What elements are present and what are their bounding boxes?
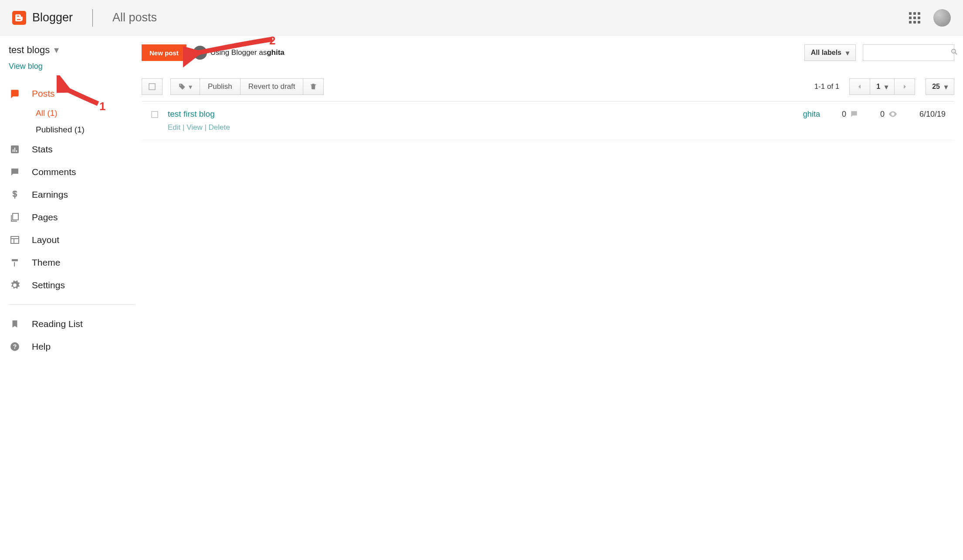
svg-rect-2 [13,149,14,152]
all-labels-dropdown[interactable]: All labels ▾ [804,44,856,61]
posts-icon [9,88,21,100]
search-icon [950,48,958,57]
per-page-value: 25 [932,83,940,91]
views-count: 0 [880,109,898,119]
revert-to-draft-button[interactable]: Revert to draft [240,78,304,95]
settings-icon [9,279,21,291]
nav-label: Earnings [32,189,68,200]
nav-label: Comments [32,167,76,177]
nav-divider [9,304,135,305]
nav-label: Posts [32,88,55,99]
label-dropdown-button[interactable]: ▾ [170,78,200,95]
post-date: 6/10/19 [919,110,946,119]
earnings-icon [9,189,21,201]
caret-down-icon: ▾ [189,83,192,91]
svg-point-9 [952,49,956,53]
pages-icon [9,211,21,223]
nav-label: Layout [32,235,59,245]
nav-earnings[interactable]: Earnings [9,183,135,206]
bookmark-icon [9,318,21,330]
subnav-all[interactable]: All (1) [36,105,135,121]
caret-down-icon: ▾ [944,83,948,91]
stats-icon [9,143,21,155]
all-labels-text: All labels [811,49,841,57]
page-number: 1 [876,83,880,91]
user-name: ghita [267,48,285,57]
trash-icon [309,83,317,91]
select-all-checkbox[interactable] [142,78,163,95]
blog-name: test blogs [9,44,50,56]
svg-text:?: ? [13,343,17,350]
nav-posts[interactable]: Posts [9,82,135,105]
nav-label: Reading List [32,319,83,329]
nav-label: Theme [32,257,60,268]
nav-help[interactable]: ? Help [9,335,135,358]
caret-down-icon: ▾ [846,49,849,57]
next-page-button[interactable] [894,78,915,95]
svg-point-10 [180,84,181,85]
sidebar: test blogs ▾ View blog Posts All (1) Pub… [0,36,135,367]
page-number-dropdown[interactable]: 1▾ [870,78,895,95]
nav-theme[interactable]: Theme [9,251,135,274]
header-separator [92,9,93,27]
comments-icon [9,166,21,178]
view-blog-link[interactable]: View blog [9,62,135,71]
nav-label: Stats [32,144,53,155]
page-title: All posts [112,11,157,24]
blogger-wordmark[interactable]: Blogger [32,11,73,24]
apps-grid-icon[interactable] [909,12,920,24]
per-page-dropdown[interactable]: 25▾ [926,78,954,95]
nav-settings[interactable]: Settings [9,274,135,297]
nav-label: Settings [32,280,65,290]
post-actions: Edit | View | Delete [168,123,230,132]
comments-count: 0 [842,110,858,119]
user-avatar-icon[interactable] [193,46,207,60]
nav-pages[interactable]: Pages [9,206,135,229]
nav-stats[interactable]: Stats [9,138,135,161]
prev-page-button[interactable] [849,78,870,95]
edit-link[interactable]: Edit [168,123,180,132]
eye-icon [888,109,898,119]
blog-selector[interactable]: test blogs ▾ [9,44,135,56]
nav-comments[interactable]: Comments [9,161,135,183]
chevron-right-icon [902,84,908,90]
main-content: New post Using Blogger as ghita All labe… [135,36,963,367]
posts-toolbar: ▾ Publish Revert to draft 1-1 of 1 1▾ 25… [142,78,954,101]
post-row: test first blog Edit | View | Delete ghi… [142,101,954,140]
post-checkbox[interactable] [151,111,158,118]
top-bar: Blogger All posts [0,0,963,36]
help-icon: ? [9,341,21,353]
account-avatar[interactable] [933,9,951,27]
chevron-left-icon [857,84,863,90]
search-box[interactable] [863,44,954,61]
svg-rect-6 [11,236,19,243]
pagination-range: 1-1 of 1 [814,82,840,91]
nav-label: Pages [32,212,58,223]
search-input[interactable] [868,49,950,57]
user-identity: Using Blogger as ghita [193,46,285,60]
view-link[interactable]: View [186,123,203,132]
subnav-published[interactable]: Published (1) [36,121,135,138]
caret-down-icon: ▾ [54,44,59,56]
using-blogger-text: Using Blogger as [210,48,267,57]
svg-rect-4 [16,150,17,152]
blogger-logo-icon[interactable] [12,11,26,25]
layout-icon [9,234,21,246]
post-title-link[interactable]: test first blog [168,109,215,118]
theme-icon [9,256,21,269]
post-author-link[interactable]: ghita [803,110,820,119]
svg-rect-5 [13,213,18,220]
delete-button[interactable] [303,78,324,95]
nav-reading-list[interactable]: Reading List [9,313,135,335]
svg-rect-3 [14,148,15,152]
nav-layout[interactable]: Layout [9,229,135,251]
delete-link[interactable]: Delete [209,123,230,132]
publish-button[interactable]: Publish [200,78,241,95]
comment-icon [850,110,858,118]
tag-icon [178,83,186,91]
caret-down-icon: ▾ [885,83,888,91]
nav-label: Help [32,341,51,352]
new-post-button[interactable]: New post [142,44,186,61]
